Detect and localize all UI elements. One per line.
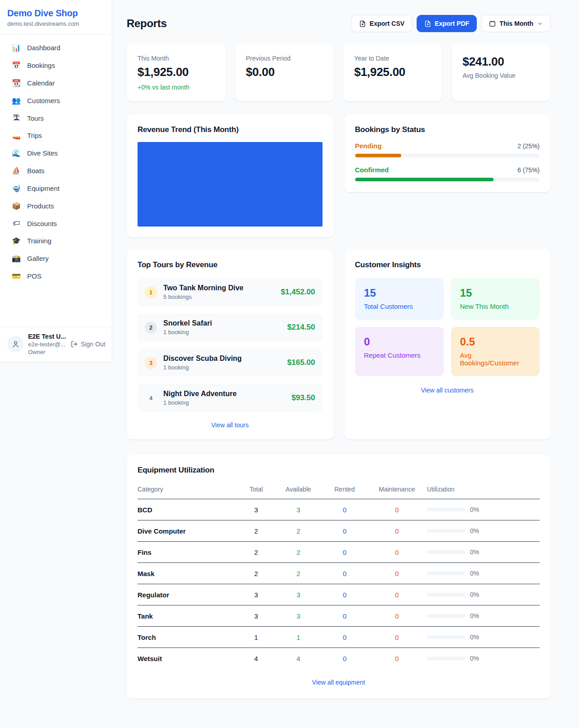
stat-value: $241.00 <box>463 55 540 69</box>
utilization-wrap: 0% <box>427 570 540 577</box>
calendar-icon: 📅 <box>12 61 21 70</box>
utilization-percent: 0% <box>470 591 479 598</box>
cell-maintenance: 0 <box>367 605 427 627</box>
sidebar-item-discounts[interactable]: 🏷Discounts <box>0 215 112 232</box>
sidebar-item-pos[interactable]: 💳POS <box>0 267 112 285</box>
sidebar-item-equipment[interactable]: 🤿Equipment <box>0 180 112 197</box>
cell-rented: 0 <box>323 542 367 563</box>
tours-list: 1Two Tank Morning Dive5 bookings$1,452.0… <box>138 278 323 412</box>
sidebar-item-label: Trips <box>27 132 42 139</box>
sidebar-item-products[interactable]: 📦Products <box>0 197 112 215</box>
utilization-bar <box>427 593 465 596</box>
bookings-by-status-card: Bookings by Status Pending2 (25%)Confirm… <box>344 114 551 192</box>
view-all-customers-link[interactable]: View all customers <box>355 387 540 394</box>
sign-out-button[interactable]: Sign Out <box>71 340 105 348</box>
export-csv-button[interactable]: Export CSV <box>351 15 412 32</box>
brand-domain: demo.test.divestreams.com <box>7 20 104 27</box>
cell-total: 1 <box>238 627 274 648</box>
cell-total: 2 <box>238 520 274 542</box>
cell-rented: 0 <box>323 563 367 584</box>
cell-rented: 0 <box>323 584 367 605</box>
utilization-bar <box>427 508 465 511</box>
column-header-total: Total <box>238 481 274 499</box>
insight-tile: 0Repeat Customers <box>355 327 444 376</box>
stat-label: This Month <box>138 55 215 62</box>
sidebar-item-tours[interactable]: 🏝Tours <box>0 109 112 127</box>
chevron-down-icon <box>537 21 543 27</box>
cell-available: 1 <box>274 627 323 648</box>
utilization-percent: 0% <box>470 570 479 577</box>
tour-name: Snorkel Safari <box>163 319 212 327</box>
sidebar-nav: 📊Dashboard📅Bookings📆Calendar👥Customers🏝T… <box>0 34 112 289</box>
tour-info: Two Tank Morning Dive5 bookings <box>163 284 243 300</box>
table-row: Tank33000% <box>138 605 540 627</box>
sidebar-item-dive-sites[interactable]: 🌊Dive Sites <box>0 144 112 162</box>
app-root: Demo Dive Shop demo.test.divestreams.com… <box>0 0 579 728</box>
sidebar-item-boats[interactable]: ⛵Boats <box>0 162 112 180</box>
stat-card: This Month$1,925.00+0% vs last month <box>127 44 226 101</box>
sidebar-item-trips[interactable]: 🚤Trips <box>0 127 112 144</box>
cell-maintenance: 0 <box>367 563 427 584</box>
stat-value: $1,925.00 <box>138 65 215 79</box>
tour-row: 1Two Tank Morning Dive5 bookings$1,452.0… <box>138 278 323 306</box>
table-row: Regulator33000% <box>138 584 540 605</box>
sailboat-icon: ⛵ <box>12 166 21 175</box>
tour-name: Discover Scuba Diving <box>163 355 242 363</box>
period-dropdown[interactable]: This Month <box>481 15 551 32</box>
status-list: Pending2 (25%)Confirmed6 (75%) <box>355 142 540 181</box>
tour-revenue: $165.00 <box>283 358 315 367</box>
export-pdf-button[interactable]: Export PDF <box>417 15 477 32</box>
sidebar-item-label: Discounts <box>27 220 57 227</box>
column-header-maintenance: Maintenance <box>367 481 427 499</box>
status-label: Confirmed <box>355 166 389 174</box>
sidebar-item-customers[interactable]: 👥Customers <box>0 92 112 109</box>
sidebar-item-label: Equipment <box>27 184 60 192</box>
cell-rented: 0 <box>323 520 367 542</box>
sidebar-item-training[interactable]: 🎓Training <box>0 232 112 250</box>
table-row: Mask22000% <box>138 563 540 584</box>
sidebar-item-label: Calendar <box>27 79 55 87</box>
cell-category: BCD <box>138 499 238 520</box>
table-row: Wetsuit44000% <box>138 648 540 669</box>
utilization-bar <box>427 614 465 618</box>
stat-card: Year to Date$1,925.00 <box>343 44 442 101</box>
cell-category: Regulator <box>138 584 238 605</box>
equipment-table-header: CategoryTotalAvailableRentedMaintenanceU… <box>138 481 540 499</box>
cell-maintenance: 0 <box>367 627 427 648</box>
tour-info: Night Dive Adventure1 booking <box>163 390 237 406</box>
user-info: E2E Test U... e2e-tester@... Owner <box>28 333 66 355</box>
sidebar-item-gallery[interactable]: 📸Gallery <box>0 250 112 267</box>
cell-rented: 0 <box>323 648 367 669</box>
header-actions: Export CSV Export PDF This Month <box>351 15 551 32</box>
sidebar-item-bookings[interactable]: 📅Bookings <box>0 57 112 74</box>
cell-available: 3 <box>274 584 323 605</box>
cell-category: Wetsuit <box>138 648 238 669</box>
main-content: Reports Export CSV Export PDF This Month… <box>112 0 579 717</box>
tear-off-calendar-icon: 📆 <box>12 79 21 87</box>
period-dropdown-label: This Month <box>499 20 533 27</box>
cell-category: Mask <box>138 563 238 584</box>
utilization-percent: 0% <box>470 633 479 641</box>
bar-chart-icon: 📊 <box>12 43 21 52</box>
person-icon <box>11 340 20 349</box>
user-panel: E2E Test U... e2e-tester@... Owner Sign … <box>0 327 112 362</box>
sidebar-item-calendar[interactable]: 📆Calendar <box>0 74 112 92</box>
cell-utilization: 0% <box>427 627 540 648</box>
speedboat-icon: 🚤 <box>12 131 21 140</box>
tour-revenue: $1,452.00 <box>276 288 315 297</box>
customer-insights-card: Customer Insights 15Total Customers15New… <box>344 250 551 440</box>
tag-icon: 🏷 <box>12 219 21 227</box>
sidebar-item-label: Products <box>27 202 54 210</box>
revenue-trend-card: Revenue Trend (This Month) <box>127 114 333 237</box>
status-item: Confirmed6 (75%) <box>355 166 540 181</box>
status-head: Pending2 (25%) <box>355 142 540 150</box>
cell-available: 2 <box>274 542 323 563</box>
view-all-equipment-link[interactable]: View all equipment <box>138 679 540 686</box>
insight-label: New This Month <box>460 303 531 310</box>
tour-bookings-count: 1 booking <box>163 329 212 336</box>
sidebar-item-dashboard[interactable]: 📊Dashboard <box>0 39 112 57</box>
logout-icon <box>71 340 78 348</box>
view-all-tours-link[interactable]: View all tours <box>138 421 323 429</box>
insight-tile: 0.5Avg Bookings/Customer <box>451 327 540 376</box>
utilization-wrap: 0% <box>427 548 540 556</box>
